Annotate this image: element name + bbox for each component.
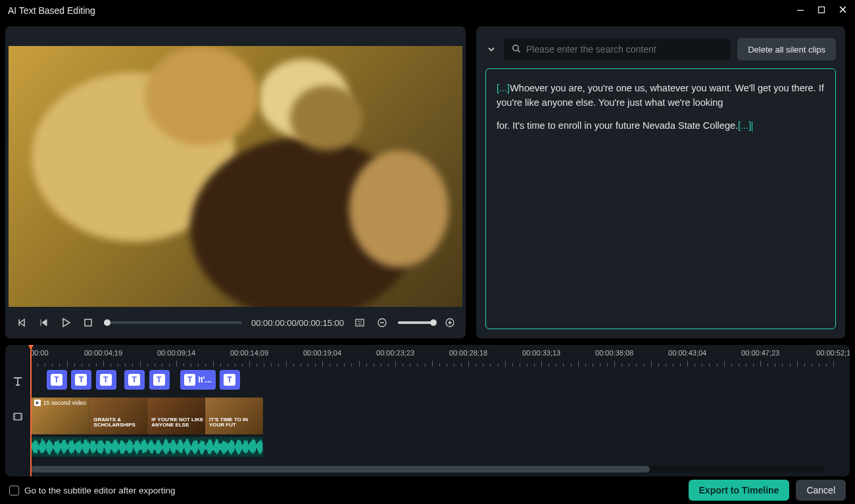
text-clip[interactable]: T xyxy=(47,370,67,390)
text-icon: T xyxy=(100,374,112,386)
timecode: 00:00:00:00/00:00:15:00 xyxy=(251,318,344,328)
audio-clip[interactable] xyxy=(32,437,262,457)
chevron-down-icon[interactable] xyxy=(485,43,497,55)
ruler-label: 00:00:09;14 xyxy=(157,349,195,357)
cancel-button[interactable]: Cancel xyxy=(796,480,846,501)
transcript-text-2[interactable]: for. It's time to enroll in your future … xyxy=(497,120,738,131)
player-controls: 00:00:00:00/00:00:15:00 xyxy=(5,307,466,338)
audio-track xyxy=(5,437,850,458)
search-input[interactable] xyxy=(526,44,723,55)
transcript-text-1[interactable]: Whoever you are, you're one us, whatever… xyxy=(497,83,824,108)
timeline-scrollbar[interactable] xyxy=(30,466,825,472)
text-icon: T xyxy=(224,374,235,386)
svg-point-6 xyxy=(513,45,518,50)
stop-icon[interactable] xyxy=(82,316,95,329)
zoom-slider[interactable] xyxy=(398,321,434,324)
video-track-icon xyxy=(5,411,30,422)
ruler-label: 00:00:23;23 xyxy=(376,349,414,357)
ruler-label: 00:00:04;19 xyxy=(84,349,122,357)
search-icon xyxy=(512,44,521,55)
play-icon[interactable] xyxy=(59,316,72,329)
text-icon: T xyxy=(75,374,87,386)
svg-rect-1 xyxy=(819,7,825,12)
text-track: TTTTTTIt'...T xyxy=(5,369,850,394)
video-track: GRANTS & SCHOLARSHIPSIF YOU'RE NOT LIKE … xyxy=(5,398,850,436)
close-icon[interactable] xyxy=(839,5,847,16)
app-title: AI Text Based Editing xyxy=(8,5,95,16)
ruler-label: 00:00:38;08 xyxy=(595,349,633,357)
text-clip[interactable]: T xyxy=(220,370,240,390)
zoom-out-icon[interactable] xyxy=(376,316,389,329)
ruler-label: 00:00:47;23 xyxy=(741,349,779,357)
delete-silent-clips-button[interactable]: Delete all silent clips xyxy=(737,38,836,60)
ruler-label: 00:00:52;1 xyxy=(816,349,850,357)
playhead[interactable] xyxy=(30,345,32,476)
transcript-editor[interactable]: [...]Whoever you are, you're one us, wha… xyxy=(485,68,836,329)
export-to-timeline-button[interactable]: Export to Timeline xyxy=(689,480,790,501)
video-thumbnail: GRANTS & SCHOLARSHIPS xyxy=(89,398,147,434)
footer: Go to the subtitle editor after exportin… xyxy=(0,476,855,504)
video-thumbnail: IF YOU'RE NOT LIKE ANYONE ELSE xyxy=(147,398,205,434)
text-clip-label: It'... xyxy=(198,375,211,384)
svg-rect-2 xyxy=(85,319,91,326)
transcript-header: Delete all silent clips xyxy=(485,38,836,60)
text-clip[interactable]: T xyxy=(124,370,145,390)
svg-rect-8 xyxy=(14,413,16,420)
video-preview[interactable] xyxy=(9,46,462,307)
ruler-label: 00:00:43;04 xyxy=(668,349,706,357)
text-icon: T xyxy=(51,374,62,386)
subtitle-editor-checkbox[interactable] xyxy=(9,486,19,495)
video-clip-label: 15 second video xyxy=(34,400,86,406)
text-icon: T xyxy=(184,374,195,386)
seek-slider[interactable] xyxy=(104,321,242,324)
text-track-icon xyxy=(5,376,30,386)
video-clip[interactable]: GRANTS & SCHOLARSHIPSIF YOU'RE NOT LIKE … xyxy=(32,398,262,434)
text-cursor xyxy=(752,122,752,131)
transcript-panel: Delete all silent clips [...]Whoever you… xyxy=(476,26,845,338)
ruler-label: 00:00:33;13 xyxy=(522,349,560,357)
timeline: 00:0000:00:04;1900:00:09;1400:00:14;0900… xyxy=(5,345,850,476)
preview-panel: 00:00:00:00/00:00:15:00 xyxy=(5,26,466,338)
text-clip[interactable]: T xyxy=(71,370,91,390)
text-clip[interactable]: T xyxy=(149,370,170,390)
text-clip[interactable]: TIt'... xyxy=(180,370,216,390)
silence-marker-end[interactable]: [...] xyxy=(738,120,751,131)
main-area: 00:00:00:00/00:00:15:00 xyxy=(0,21,855,338)
title-bar: AI Text Based Editing xyxy=(0,0,855,21)
minimize-icon[interactable] xyxy=(796,6,804,16)
fit-screen-icon[interactable] xyxy=(353,316,366,329)
text-icon: T xyxy=(153,374,165,386)
maximize-icon[interactable] xyxy=(818,6,825,16)
text-icon: T xyxy=(128,374,140,386)
ruler-label: 00:00:14;09 xyxy=(230,349,268,357)
scrollbar-thumb[interactable] xyxy=(30,466,650,472)
ruler-label: 00:00 xyxy=(30,349,49,357)
checkbox-label: Go to the subtitle editor after exportin… xyxy=(24,486,176,495)
zoom-in-icon[interactable] xyxy=(443,316,456,329)
prev-frame-icon[interactable] xyxy=(14,316,28,329)
window-controls xyxy=(796,5,847,16)
silence-marker[interactable]: [...] xyxy=(497,83,510,93)
step-back-icon[interactable] xyxy=(37,316,50,329)
svg-rect-9 xyxy=(20,413,22,420)
svg-rect-0 xyxy=(797,10,804,11)
search-box[interactable] xyxy=(504,38,731,60)
svg-rect-3 xyxy=(356,319,364,326)
ruler-label: 00:00:19;04 xyxy=(303,349,341,357)
text-clip[interactable]: T xyxy=(96,370,116,390)
video-thumbnail: IT'S TIME TO IN YOUR FUT xyxy=(205,398,263,434)
ruler-label: 00:00:28;18 xyxy=(449,349,487,357)
